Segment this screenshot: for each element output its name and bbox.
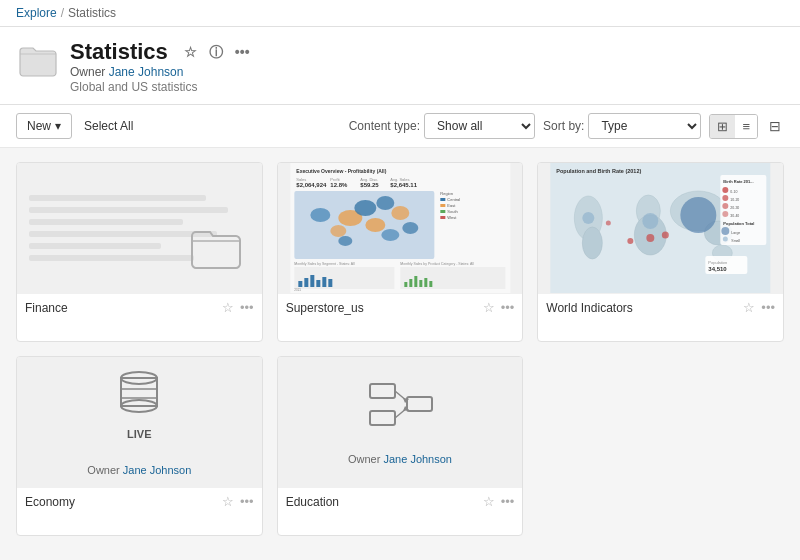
card-world[interactable]: Population and Birth Rate (2012) bbox=[537, 162, 784, 342]
description: Global and US statistics bbox=[70, 80, 252, 94]
economy-star-icon[interactable]: ☆ bbox=[222, 494, 234, 509]
card-finance-name: Finance bbox=[25, 301, 68, 315]
more-options-icon[interactable]: ••• bbox=[233, 43, 252, 61]
svg-text:Population: Population bbox=[709, 260, 728, 265]
svg-point-57 bbox=[643, 213, 659, 229]
svg-point-69 bbox=[723, 203, 729, 209]
card-economy-thumb: LIVE Owner Jane Johnson bbox=[17, 357, 262, 487]
svg-rect-87 bbox=[370, 411, 395, 425]
svg-text:Population Total: Population Total bbox=[724, 221, 755, 226]
svg-text:$2,645.11: $2,645.11 bbox=[390, 182, 417, 188]
svg-point-60 bbox=[628, 238, 634, 244]
breadcrumb-current: Statistics bbox=[68, 6, 116, 20]
filter-icon[interactable]: ⊟ bbox=[766, 115, 784, 137]
sort-by-select[interactable]: Type Name Date Modified Owner bbox=[588, 113, 701, 139]
svg-point-16 bbox=[376, 196, 394, 210]
svg-text:2021: 2021 bbox=[294, 288, 301, 292]
svg-rect-28 bbox=[440, 216, 445, 219]
card-superstore-footer: Superstore_us ☆ ••• bbox=[278, 293, 523, 321]
svg-point-74 bbox=[722, 227, 730, 235]
svg-rect-86 bbox=[370, 384, 395, 398]
card-education-thumb: Owner Jane Johnson bbox=[278, 357, 523, 487]
svg-rect-22 bbox=[440, 198, 445, 201]
view-toggle: ⊞ ≡ bbox=[709, 114, 758, 139]
svg-text:Population and Birth Rate (201: Population and Birth Rate (2012) bbox=[557, 168, 642, 174]
svg-rect-40 bbox=[404, 282, 407, 287]
card-finance[interactable]: Finance ☆ ••• bbox=[16, 162, 263, 342]
svg-text:Central: Central bbox=[447, 197, 460, 202]
svg-text:20-30: 20-30 bbox=[731, 206, 740, 210]
svg-point-71 bbox=[723, 211, 729, 217]
card-world-footer: World Indicators ☆ ••• bbox=[538, 293, 783, 321]
svg-rect-42 bbox=[414, 276, 417, 287]
svg-point-14 bbox=[391, 206, 409, 220]
card-superstore-thumb: Executive Overview - Profitability (All)… bbox=[278, 163, 523, 293]
svg-text:Executive Overview - Profitabi: Executive Overview - Profitability (All) bbox=[296, 168, 386, 174]
svg-text:30-40: 30-40 bbox=[731, 214, 740, 218]
card-finance-footer: Finance ☆ ••• bbox=[17, 293, 262, 321]
breadcrumb-separator: / bbox=[61, 6, 64, 20]
superstore-star-icon[interactable]: ☆ bbox=[483, 300, 495, 315]
svg-text:Monthly Sales by Segment - Sta: Monthly Sales by Segment - States: All bbox=[294, 262, 355, 266]
svg-text:West: West bbox=[447, 215, 457, 220]
card-economy-name: Economy bbox=[25, 495, 75, 509]
select-all-button[interactable]: Select All bbox=[84, 119, 133, 133]
svg-rect-88 bbox=[407, 397, 432, 411]
chevron-down-icon: ▾ bbox=[55, 119, 61, 133]
page-header: Statistics ☆ ⓘ ••• Owner Jane Johnson Gl… bbox=[0, 27, 800, 105]
svg-point-59 bbox=[647, 234, 655, 242]
info-icon[interactable]: ⓘ bbox=[207, 43, 225, 61]
breadcrumb: Explore / Statistics bbox=[0, 0, 800, 27]
svg-text:East: East bbox=[447, 203, 456, 208]
svg-point-18 bbox=[402, 222, 418, 234]
content-type-select[interactable]: Show all Workbooks Views Data Sources Fl… bbox=[424, 113, 535, 139]
new-button[interactable]: New ▾ bbox=[16, 113, 72, 139]
svg-point-17 bbox=[338, 236, 352, 246]
breadcrumb-explore[interactable]: Explore bbox=[16, 6, 57, 20]
world-star-icon[interactable]: ☆ bbox=[743, 300, 755, 315]
content-grid: Finance ☆ ••• Executive Overview - Profi… bbox=[0, 148, 800, 550]
svg-point-56 bbox=[681, 197, 717, 233]
svg-rect-36 bbox=[322, 277, 326, 287]
svg-rect-44 bbox=[424, 278, 427, 287]
svg-point-50 bbox=[583, 227, 603, 259]
world-more-icon[interactable]: ••• bbox=[761, 300, 775, 315]
svg-rect-37 bbox=[328, 279, 332, 287]
economy-owner-link[interactable]: Jane Johnson bbox=[123, 464, 192, 476]
svg-point-58 bbox=[583, 212, 595, 224]
svg-rect-45 bbox=[429, 281, 432, 287]
svg-text:Region: Region bbox=[440, 191, 453, 196]
education-owner: Owner Jane Johnson bbox=[348, 453, 452, 465]
svg-text:Small: Small bbox=[732, 239, 741, 243]
card-superstore[interactable]: Executive Overview - Profitability (All)… bbox=[277, 162, 524, 342]
education-more-icon[interactable]: ••• bbox=[501, 494, 515, 509]
card-education[interactable]: Owner Jane Johnson Education ☆ ••• bbox=[277, 356, 524, 536]
card-economy[interactable]: LIVE Owner Jane Johnson Economy ☆ ••• bbox=[16, 356, 263, 536]
finance-star-icon[interactable]: ☆ bbox=[222, 300, 234, 315]
education-owner-link[interactable]: Jane Johnson bbox=[383, 453, 452, 465]
svg-rect-24 bbox=[440, 204, 445, 207]
superstore-more-icon[interactable]: ••• bbox=[501, 300, 515, 315]
svg-point-13 bbox=[330, 225, 346, 237]
svg-text:10-20: 10-20 bbox=[731, 198, 740, 202]
svg-point-76 bbox=[723, 237, 728, 242]
card-superstore-name: Superstore_us bbox=[286, 301, 364, 315]
folder-icon bbox=[16, 39, 60, 83]
svg-text:12.8%: 12.8% bbox=[330, 182, 348, 188]
svg-rect-34 bbox=[310, 275, 314, 287]
owner-line: Owner Jane Johnson bbox=[70, 65, 252, 79]
list-view-button[interactable]: ≡ bbox=[735, 115, 757, 138]
content-type-filter: Content type: Show all Workbooks Views D… bbox=[349, 113, 535, 139]
education-star-icon[interactable]: ☆ bbox=[483, 494, 495, 509]
economy-more-icon[interactable]: ••• bbox=[240, 494, 254, 509]
finance-more-icon[interactable]: ••• bbox=[240, 300, 254, 315]
page-title: Statistics ☆ ⓘ ••• bbox=[70, 39, 252, 65]
svg-rect-31 bbox=[294, 267, 394, 289]
svg-text:$59.25: $59.25 bbox=[360, 182, 379, 188]
card-world-thumb: Population and Birth Rate (2012) bbox=[538, 163, 783, 293]
owner-link[interactable]: Jane Johnson bbox=[109, 65, 184, 79]
favorite-icon[interactable]: ☆ bbox=[182, 43, 199, 61]
svg-rect-43 bbox=[419, 280, 422, 287]
svg-text:South: South bbox=[447, 209, 457, 214]
grid-view-button[interactable]: ⊞ bbox=[710, 115, 735, 138]
